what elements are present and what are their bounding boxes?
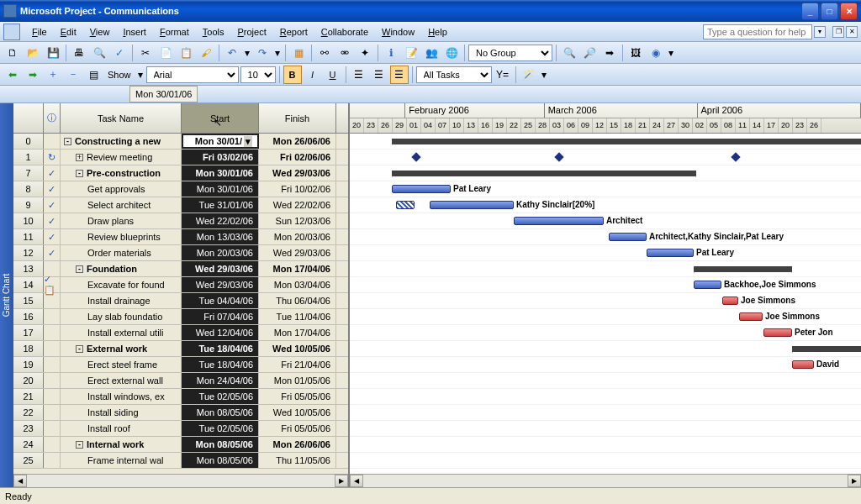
start-cell[interactable]: Wed 12/04/06 [182, 325, 259, 340]
table-row[interactable]: 1↻+Review meetingFri 03/02/06Fri 02/06/0… [13, 150, 348, 165]
timescale-minor-cell[interactable]: 17 [764, 118, 779, 134]
task-name-header[interactable]: Task Name [61, 103, 182, 133]
timescale-minor-cell[interactable]: 27 [664, 118, 679, 134]
finish-header[interactable]: Finish [259, 103, 336, 133]
align-right-icon[interactable]: ☰ [390, 66, 409, 84]
task-name-cell[interactable]: Frame internal wal [61, 453, 182, 468]
row-number[interactable]: 17 [13, 325, 44, 340]
task-bar[interactable]: Peter Jon [763, 328, 792, 337]
select-all-cell[interactable] [13, 103, 44, 133]
start-cell[interactable]: Wed 29/03/06 [182, 277, 259, 292]
start-cell[interactable]: Tue 02/05/06 [182, 389, 259, 404]
timescale-minor-cell[interactable]: 25 [521, 118, 536, 134]
task-bar[interactable]: Backhoe,Joe Simmons [694, 281, 721, 289]
menu-format[interactable]: Format [153, 24, 196, 39]
menu-view[interactable]: View [83, 24, 117, 39]
autofilter-icon[interactable]: Y= [494, 66, 512, 84]
cell-entry-box[interactable]: Mon 30/01/06 [129, 86, 198, 102]
menu-file[interactable]: File [25, 24, 54, 39]
open-icon[interactable]: 📂 [24, 44, 42, 62]
task-name-cell[interactable]: -Constructing a new [61, 134, 182, 149]
font-size-combo[interactable]: 10 [240, 66, 276, 83]
row-number[interactable]: 21 [13, 389, 44, 404]
task-name-cell[interactable]: Install siding [61, 405, 182, 420]
timescale-minor-cell[interactable]: 21 [636, 118, 650, 134]
task-name-cell[interactable]: Install roof [61, 421, 182, 436]
start-cell[interactable]: Fri 07/04/06 [182, 309, 259, 324]
start-cell[interactable]: Mon 30/01/06 [182, 165, 259, 181]
start-cell[interactable]: Mon 08/05/06 [182, 405, 259, 420]
table-row[interactable]: 12✓Order materialsMon 20/03/06Wed 29/03/… [13, 245, 348, 261]
finish-cell[interactable]: Mon 17/04/06 [259, 261, 336, 276]
start-cell[interactable]: Tue 18/04/06 [182, 357, 259, 372]
timescale-minor-cell[interactable]: 26 [378, 118, 393, 134]
menu-window[interactable]: Window [375, 24, 421, 39]
finish-cell[interactable]: Mon 26/06/06 [259, 437, 336, 452]
table-row[interactable]: 9✓Select architectTue 31/01/06Wed 22/02/… [13, 197, 348, 213]
start-cell[interactable]: Tue 31/01/06 [182, 197, 259, 213]
timescale-minor-cell[interactable]: 08 [721, 118, 736, 134]
finish-cell[interactable]: Wed 10/05/06 [259, 341, 336, 356]
row-number[interactable]: 1 [13, 150, 44, 165]
timescale-minor-cell[interactable]: 14 [750, 118, 764, 134]
print-icon[interactable]: 🖶 [70, 44, 88, 62]
copy-picture-icon[interactable]: 🖼 [626, 44, 645, 62]
format-painter-icon[interactable]: 🖌 [197, 44, 215, 62]
scroll-left-icon[interactable]: ◀ [13, 475, 27, 487]
timescale-minor-cell[interactable]: 10 [450, 118, 464, 134]
new-icon[interactable]: 🗋 [3, 44, 22, 62]
table-row[interactable]: 10✓Draw plansWed 22/02/06Sun 12/03/06 [13, 213, 348, 229]
table-hscroll[interactable]: ◀ ▶ [13, 474, 348, 487]
finish-cell[interactable]: Fri 05/05/06 [259, 421, 336, 436]
row-number[interactable]: 0 [13, 134, 44, 149]
menu-edit[interactable]: Edit [54, 24, 83, 39]
table-row[interactable]: 20Erect external wallMon 24/04/06Mon 01/… [13, 373, 348, 389]
menu-report[interactable]: Report [273, 24, 314, 39]
close-button[interactable]: ✕ [840, 3, 858, 20]
timescale-major-cell[interactable]: April 2006 [698, 103, 861, 118]
table-row[interactable]: 11✓Review blueprintsMon 13/03/06Mon 20/0… [13, 229, 348, 245]
summary-bar[interactable] [694, 266, 792, 272]
finish-cell[interactable]: Mon 17/04/06 [259, 325, 336, 340]
timescale-minor-cell[interactable]: 28 [536, 118, 550, 134]
task-name-cell[interactable]: Erect external wall [61, 373, 182, 388]
outline-toggle-icon[interactable]: - [76, 170, 83, 177]
finish-cell[interactable]: Thu 06/04/06 [259, 293, 336, 308]
timescale-minor-cell[interactable]: 03 [550, 118, 564, 134]
task-name-cell[interactable]: Get approvals [61, 181, 182, 197]
start-cell[interactable]: Tue 18/04/06 [182, 341, 259, 356]
table-row[interactable]: 25Frame internal walMon 08/05/06Thu 11/0… [13, 453, 348, 469]
task-name-cell[interactable]: +Review meeting [61, 150, 182, 165]
task-bar[interactable]: Pat Leary [392, 185, 451, 193]
table-row[interactable]: 22Install sidingMon 08/05/06Wed 10/05/06 [13, 405, 348, 421]
finish-cell[interactable]: Mon 01/05/06 [259, 373, 336, 388]
timescale-minor-cell[interactable]: 02 [693, 118, 707, 134]
start-cell[interactable]: Fri 03/02/06 [182, 150, 259, 165]
table-row[interactable]: 13-FoundationWed 29/03/06Mon 17/04/06 [13, 261, 348, 277]
group-by-combo[interactable]: No Group [468, 45, 552, 61]
table-row[interactable]: 21Install windows, exTue 02/05/06Fri 05/… [13, 389, 348, 405]
timescale-minor-cell[interactable]: 30 [679, 118, 693, 134]
task-name-cell[interactable]: Install drainage [61, 293, 182, 308]
finish-cell[interactable]: Fri 21/04/06 [259, 357, 336, 372]
help-dropdown-icon[interactable]: ▾ [814, 26, 826, 38]
view-bar[interactable]: Gantt Chart [0, 103, 13, 487]
insert-icon[interactable]: ▦ [289, 44, 308, 62]
timescale-minor-cell[interactable]: 23 [364, 118, 378, 134]
help-icon[interactable]: ◉ [647, 44, 665, 62]
task-bar[interactable] [396, 201, 415, 209]
row-number[interactable]: 9 [13, 197, 44, 213]
row-number[interactable]: 10 [13, 213, 44, 228]
task-bar[interactable]: Joe Simmons [739, 312, 763, 321]
row-number[interactable]: 13 [13, 261, 44, 276]
timescale-minor-cell[interactable]: 01 [407, 118, 421, 134]
finish-cell[interactable]: Mon 03/04/06 [259, 277, 336, 292]
finish-cell[interactable]: Wed 10/05/06 [259, 405, 336, 420]
task-name-cell[interactable]: Review blueprints [61, 229, 182, 244]
task-bar[interactable]: Architect [514, 217, 604, 225]
task-bar[interactable]: Pat Leary [647, 249, 694, 257]
redo-icon[interactable]: ↷ [253, 44, 272, 62]
minimize-button[interactable]: _ [801, 3, 819, 20]
gantt-chart-area[interactable]: Pat LearyKathy Sinclair[20%]ArchitectArc… [350, 134, 861, 474]
italic-button[interactable]: I [304, 66, 322, 84]
